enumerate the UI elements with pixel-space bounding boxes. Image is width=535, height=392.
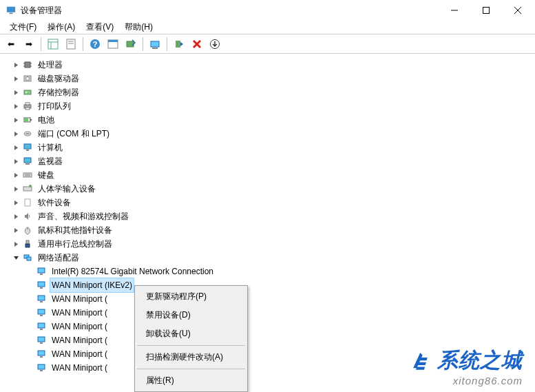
properties-button[interactable]: [63, 36, 79, 52]
category-software[interactable]: 软件设备: [6, 196, 535, 209]
close-button[interactable]: [502, 0, 534, 21]
tree-label[interactable]: 磁盘驱动器: [36, 71, 81, 86]
network-adapter-item[interactable]: WAN Miniport (: [6, 306, 535, 320]
expand-icon[interactable]: [11, 87, 21, 97]
tree-label[interactable]: Intel(R) 82574L Gigabit Network Connecti…: [50, 264, 216, 279]
tree-label[interactable]: 端口 (COM 和 LPT): [36, 126, 112, 141]
network-adapter-item[interactable]: WAN Miniport (: [6, 292, 535, 306]
menu-action[interactable]: 操作(A): [42, 20, 81, 34]
expand-icon[interactable]: [11, 74, 21, 83]
category-port[interactable]: 端口 (COM 和 LPT): [6, 127, 535, 141]
network-adapter-item[interactable]: Intel(R) 82574L Gigabit Network Connecti…: [6, 265, 535, 278]
expand-icon[interactable]: [11, 184, 21, 194]
expand-icon[interactable]: [11, 60, 21, 70]
category-battery[interactable]: 电池: [6, 113, 535, 127]
svg-rect-46: [23, 173, 32, 177]
expand-icon[interactable]: [11, 239, 21, 249]
ctx-scan-hardware[interactable]: 扫描检测硬件改动(A): [136, 348, 246, 367]
category-monitor[interactable]: 监视器: [6, 154, 535, 168]
netadapter-icon: [36, 280, 47, 291]
back-button[interactable]: ⬅: [3, 36, 19, 52]
expand-icon[interactable]: [11, 101, 21, 111]
category-hid[interactable]: 人体学输入设备: [6, 182, 535, 196]
tree-label[interactable]: 计算机: [36, 140, 65, 155]
tree-label[interactable]: 键盘: [36, 167, 56, 183]
svg-rect-70: [38, 351, 45, 355]
category-computer[interactable]: 计算机: [6, 141, 535, 154]
menu-file[interactable]: 文件(F): [4, 20, 42, 34]
category-cpu[interactable]: 处理器: [6, 58, 535, 72]
menu-help[interactable]: 帮助(H): [119, 20, 158, 34]
forward-button[interactable]: ➡: [21, 36, 37, 52]
netadapter-icon: [36, 307, 47, 318]
svg-rect-18: [152, 48, 158, 49]
network-adapter-item[interactable]: WAN Miniport (IKEv2): [6, 278, 535, 292]
menu-view[interactable]: 查看(V): [81, 20, 119, 34]
svg-rect-68: [38, 337, 45, 342]
category-printer[interactable]: 打印队列: [6, 99, 535, 113]
expand-icon[interactable]: [11, 170, 21, 180]
tree-label[interactable]: 监视器: [36, 154, 65, 169]
expand-icon[interactable]: [11, 143, 21, 152]
svg-rect-36: [30, 119, 32, 121]
expand-icon[interactable]: [11, 225, 21, 235]
expand-icon[interactable]: [11, 156, 21, 166]
expand-icon[interactable]: [11, 129, 21, 138]
ctx-disable-device[interactable]: 禁用设备(D): [136, 306, 246, 324]
toolbar-separator: [83, 37, 83, 51]
svg-text:?: ?: [93, 40, 98, 48]
tree-label[interactable]: WAN Miniport (: [50, 333, 109, 348]
enable-device-button[interactable]: [171, 36, 187, 52]
expand-placeholder: [25, 322, 34, 331]
ctx-update-driver[interactable]: 更新驱动程序(P): [136, 287, 246, 306]
tree-label[interactable]: WAN Miniport (: [50, 291, 109, 307]
printer-icon: [22, 101, 33, 112]
collapse-icon[interactable]: [11, 253, 21, 262]
update-driver-button[interactable]: [147, 36, 163, 52]
ctx-properties[interactable]: 属性(R): [136, 371, 246, 390]
svg-rect-3: [483, 8, 490, 14]
tree-label[interactable]: 人体学输入设备: [36, 181, 98, 196]
help-button[interactable]: ?: [87, 36, 103, 52]
cpu-icon: [22, 59, 33, 70]
ctx-uninstall-device[interactable]: 卸载设备(U): [136, 324, 246, 343]
device-tree[interactable]: 处理器磁盘驱动器存储控制器打印队列电池端口 (COM 和 LPT)计算机监视器键…: [0, 54, 535, 379]
tree-label[interactable]: 存储控制器: [36, 85, 81, 100]
category-disk[interactable]: 磁盘驱动器: [6, 72, 535, 85]
category-storage[interactable]: 存储控制器: [6, 85, 535, 99]
uninstall-button[interactable]: [189, 36, 205, 52]
category-sound[interactable]: 声音、视频和游戏控制器: [6, 209, 535, 223]
show-tree-button[interactable]: [45, 36, 61, 52]
down-arrow-button[interactable]: [207, 36, 223, 52]
maximize-button[interactable]: [470, 0, 502, 21]
tree-label[interactable]: WAN Miniport (: [50, 347, 109, 362]
svg-rect-19: [176, 41, 180, 48]
scan-hardware-button[interactable]: [123, 36, 139, 52]
category-keyboard[interactable]: 键盘: [6, 168, 535, 182]
category-usb[interactable]: 通用串行总线控制器: [6, 237, 535, 251]
category-mouse[interactable]: 鼠标和其他指针设备: [6, 223, 535, 237]
network-adapter-item[interactable]: WAN Miniport (: [6, 347, 535, 361]
tree-label[interactable]: 打印队列: [36, 99, 73, 114]
tree-label[interactable]: 处理器: [36, 57, 65, 72]
svg-rect-6: [48, 39, 58, 49]
network-adapter-item[interactable]: WAN Miniport (: [6, 320, 535, 333]
minimize-button[interactable]: [439, 0, 470, 21]
tree-label[interactable]: 网络适配器: [36, 250, 81, 265]
tree-label[interactable]: WAN Miniport (: [50, 319, 109, 334]
expand-icon[interactable]: [11, 212, 21, 221]
expand-icon[interactable]: [11, 198, 21, 207]
tree-label[interactable]: WAN Miniport (IKEv2): [50, 278, 134, 293]
tree-label[interactable]: 通用串行总线控制器: [36, 236, 114, 251]
tree-label[interactable]: 电池: [36, 112, 56, 127]
network-adapter-item[interactable]: WAN Miniport (: [6, 361, 535, 375]
category-network[interactable]: 网络适配器: [6, 251, 535, 265]
console-button[interactable]: [105, 36, 121, 52]
tree-label[interactable]: 鼠标和其他指针设备: [36, 223, 114, 238]
tree-label[interactable]: 软件设备: [36, 195, 73, 210]
tree-label[interactable]: 声音、视频和游戏控制器: [36, 209, 131, 224]
tree-label[interactable]: WAN Miniport (: [50, 360, 109, 375]
tree-label[interactable]: WAN Miniport (: [50, 305, 109, 320]
network-adapter-item[interactable]: WAN Miniport (: [6, 333, 535, 347]
expand-icon[interactable]: [11, 115, 21, 125]
